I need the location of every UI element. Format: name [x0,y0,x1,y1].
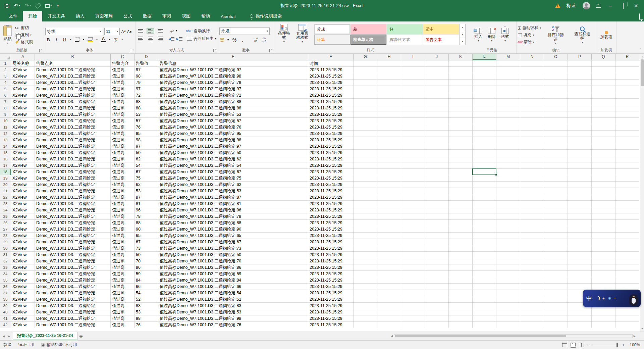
cell-F11[interactable]: 2023-11-25 15:29 [308,124,354,131]
cell-J34[interactable] [425,271,449,277]
cell-P33[interactable] [568,264,592,271]
page-layout-view-button[interactable] [571,343,576,347]
cell-M19[interactable] [496,175,520,182]
cell-I19[interactable] [401,175,425,182]
cell-C16[interactable]: 值过高 [111,156,135,162]
cell-J12[interactable] [425,131,449,137]
cell-E6[interactable]: 值过高@Demo_W7.1001.D3.二通阀给定:72 [158,92,308,99]
cell-M12[interactable] [496,131,520,137]
account-name[interactable]: 梅蓝 [567,3,577,9]
sheet-next-arrow[interactable]: ▶ [8,335,10,338]
cell-K15[interactable] [449,150,473,156]
new-sheet-button[interactable]: ⊕ [77,332,85,340]
cell-L30[interactable] [473,245,496,252]
cell-J42[interactable] [425,322,449,328]
cell-R40[interactable] [615,309,639,315]
cell-G7[interactable] [354,99,377,105]
cell-H24[interactable] [377,207,401,213]
cell-N30[interactable] [520,245,544,252]
cell-I42[interactable] [401,322,425,328]
horizontal-scroll-thumb[interactable] [395,335,566,337]
cell-H14[interactable] [377,143,401,150]
cell-E32[interactable]: 值过高@Demo_W7.1001.D3.二通阀给定:70 [158,258,308,264]
cell-O8[interactable] [544,105,568,111]
cell-F37[interactable]: 2023-11-25 15:29 [308,290,354,296]
cell-R30[interactable] [615,245,639,252]
cell-H30[interactable] [377,245,401,252]
cell-N40[interactable] [520,309,544,315]
cell-Q13[interactable] [592,137,615,143]
cell-O22[interactable] [544,194,568,201]
cell-K1[interactable] [449,60,473,67]
cell-P28[interactable] [568,233,592,239]
cell-C42[interactable]: 值过高 [111,322,135,328]
cell-N25[interactable] [520,213,544,220]
cell-I41[interactable] [401,315,425,322]
cell-K16[interactable] [449,156,473,162]
row-header-33[interactable]: 33 [0,264,11,271]
cell-H11[interactable] [377,124,401,131]
cell-P1[interactable] [568,60,592,67]
cell-O31[interactable] [544,252,568,258]
cell-K24[interactable] [449,207,473,213]
cell-D40[interactable]: 53 [135,309,158,315]
cell-P13[interactable] [568,137,592,143]
cell-F22[interactable]: 2023-11-25 15:29 [308,194,354,201]
cell-P7[interactable] [568,99,592,105]
cell-R10[interactable] [615,118,639,124]
cell-B26[interactable]: Demo_W7.1001.D3.二通阀给定 [35,220,111,226]
cell-J36[interactable] [425,284,449,290]
close-button[interactable]: ✕ [633,3,639,8]
cell-J2[interactable] [425,67,449,73]
cell-J8[interactable] [425,105,449,111]
row-header-34[interactable]: 34 [0,271,11,277]
cell-B39[interactable]: Demo_W7.1001.D3.二通阀给定 [35,303,111,309]
cell-E1[interactable]: 告警信息 [158,60,308,67]
cell-J28[interactable] [425,233,449,239]
cell-I13[interactable] [401,137,425,143]
cell-R35[interactable] [615,277,639,284]
cell-O9[interactable] [544,111,568,118]
cell-K31[interactable] [449,252,473,258]
cell-O27[interactable] [544,226,568,233]
cell-D33[interactable]: 86 [135,264,158,271]
underline-button[interactable]: U [62,37,67,42]
cell-Q12[interactable] [592,131,615,137]
cell-N17[interactable] [520,162,544,169]
cell-E26[interactable]: 值过高@Demo_W7.1001.D3.二通阀给定:88 [158,220,308,226]
borders-button[interactable] [75,37,79,42]
cell-I17[interactable] [401,162,425,169]
cell-B35[interactable]: Demo_W7.1001.D3.二通阀给定 [35,277,111,284]
cell-L2[interactable] [473,67,496,73]
cell-F27[interactable]: 2023-11-25 15:29 [308,226,354,233]
cell-C32[interactable]: 值过高 [111,258,135,264]
cell-I15[interactable] [401,150,425,156]
column-header-A[interactable]: A [11,54,35,60]
cell-B17[interactable]: Demo_W7.1001.D3.二通阀给定 [35,162,111,169]
cell-A13[interactable]: X2View [11,137,35,143]
cell-B23[interactable]: Demo_W7.1001.D3.二通阀给定 [35,201,111,207]
row-header-37[interactable]: 37 [0,290,11,296]
cell-C8[interactable]: 值过高 [111,105,135,111]
cell-B18[interactable]: Demo_W7.1001.D3.二通阀给定 [35,169,111,175]
cell-A16[interactable]: X2View [11,156,35,162]
cell-D39[interactable]: 83 [135,303,158,309]
cell-O40[interactable] [544,309,568,315]
fill-color-dropdown[interactable]: ▾ [96,38,98,41]
cell-J19[interactable] [425,175,449,182]
row-header-1[interactable]: 1 [0,60,11,67]
align-middle-button[interactable] [147,28,154,34]
cell-A38[interactable]: X2View [11,296,35,303]
cell-O36[interactable] [544,284,568,290]
cell-H5[interactable] [377,86,401,92]
cell-D27[interactable]: 90 [135,226,158,233]
cell-K29[interactable] [449,239,473,245]
cell-K35[interactable] [449,277,473,284]
cell-G42[interactable] [354,322,377,328]
sort-filter-button[interactable]: AZ 排序和筛选▾ [544,24,568,46]
cell-O5[interactable] [544,86,568,92]
cell-J23[interactable] [425,201,449,207]
cell-H35[interactable] [377,277,401,284]
cell-C14[interactable]: 值过高 [111,143,135,150]
cell-I5[interactable] [401,86,425,92]
